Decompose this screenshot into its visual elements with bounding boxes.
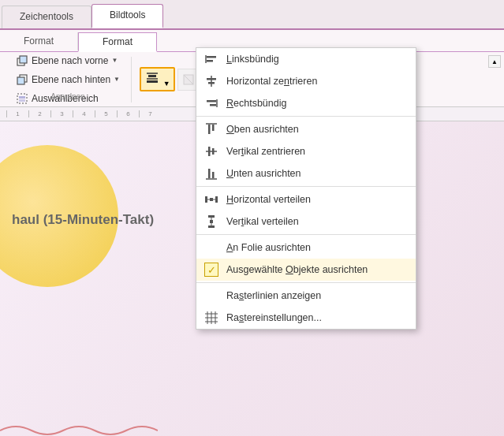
svg-rect-30: [208, 169, 211, 178]
ebene-hinten-arrow: ▼: [114, 76, 120, 83]
ruler-mark: 4: [73, 110, 95, 117]
tab-bildtools[interactable]: Bildtools: [91, 4, 163, 28]
ruler-mark: 6: [117, 110, 139, 117]
ebene-vorne-icon: [16, 54, 28, 67]
menu-label-an-folie: An Folie ausrichten: [226, 242, 311, 253]
align-left-icon: [203, 51, 220, 67]
ruler-mark: 5: [95, 110, 117, 117]
menu-item-an-folie[interactable]: An Folie ausrichten: [196, 237, 416, 259]
checkmark-box: ✓: [204, 263, 218, 277]
anordnen-group: Ebene nach vorne ▼ Ebene nach hinten ▼ A…: [5, 57, 132, 102]
menu-label-h-verteilen: Horizontal verteilen: [226, 194, 311, 205]
svg-rect-27: [208, 147, 211, 156]
tab-zeichentools[interactable]: Zeichentools: [2, 6, 91, 28]
format-tab-2[interactable]: Format: [78, 32, 157, 52]
svg-rect-21: [207, 100, 216, 102]
ausgewaehlt-check-icon: ✓: [203, 262, 220, 278]
separator-1: [196, 116, 416, 117]
format-tab-1[interactable]: Format: [0, 32, 78, 51]
align-h-center-icon: [203, 73, 220, 89]
menu-item-v-zentrieren[interactable]: Vertikal zentrieren: [196, 140, 416, 162]
align-dropdown-menu: Linksbündig Horizontal zentrieren Rechts…: [196, 47, 416, 330]
svg-rect-32: [205, 196, 207, 203]
svg-rect-33: [215, 196, 218, 203]
menu-label-rastereinstellungen: Rastereinstellungen...: [226, 312, 322, 323]
scroll-up-icon: ▲: [491, 58, 498, 65]
align-v-center-icon: [203, 143, 220, 159]
menu-label-rechtsbuendig: Rechtsbündig: [226, 98, 286, 109]
ruler-mark: 3: [50, 110, 73, 117]
tab-zeichentools-label: Zeichentools: [20, 11, 73, 22]
ebene-hinten-icon: [16, 73, 28, 86]
separator-2: [196, 186, 416, 187]
an-folie-icon: [203, 240, 220, 255]
svg-rect-38: [208, 225, 215, 228]
menu-item-unten[interactable]: Unten ausrichten: [196, 162, 416, 184]
menu-item-h-zentrieren[interactable]: Horizontal zentrieren: [196, 70, 416, 92]
scroll-up-btn[interactable]: ▲: [488, 55, 501, 68]
svg-rect-8: [148, 75, 156, 77]
align-icon: [144, 70, 160, 86]
menu-item-v-verteilen[interactable]: Vertikal verteilen: [196, 211, 416, 233]
menu-label-linksbuendig: Linksbündig: [226, 54, 279, 65]
svg-rect-16: [207, 60, 213, 62]
svg-rect-1: [20, 56, 27, 63]
svg-rect-18: [207, 78, 216, 80]
distribute-v-icon: [203, 214, 220, 229]
svg-rect-28: [212, 148, 215, 155]
menu-item-rechtsbuendig[interactable]: Rechtsbündig: [196, 92, 416, 114]
svg-rect-24: [208, 125, 211, 134]
menu-item-rasterlinien[interactable]: Rasterlinien anzeigen: [196, 285, 416, 307]
svg-rect-34: [210, 198, 213, 201]
ebene-vorne-arrow: ▼: [111, 57, 118, 64]
svg-rect-19: [208, 82, 215, 84]
tab-bildtools-label: Bildtools: [110, 9, 145, 20]
slide-text: haul (15-Minuten-Takt): [12, 212, 154, 228]
ruler-mark: 1: [6, 110, 28, 117]
align-top-icon: [203, 121, 220, 137]
rasterlinien-icon: [203, 288, 220, 304]
ruler-mark: 7: [139, 110, 161, 117]
align-bottom-icon: [203, 166, 220, 181]
menu-label-ausgewaehlt: Ausgewählte Objekte ausrichten: [226, 264, 368, 275]
menu-label-unten: Unten ausrichten: [226, 168, 301, 179]
svg-rect-39: [210, 220, 213, 223]
svg-rect-22: [210, 104, 216, 106]
separator-3: [196, 234, 416, 235]
menu-item-ausgewaehlt[interactable]: ✓ Ausgewählte Objekte ausrichten: [196, 259, 416, 281]
menu-item-h-verteilen[interactable]: Horizontal verteilen: [196, 188, 416, 211]
menu-item-rastereinstellungen[interactable]: Rastereinstellungen...: [196, 307, 416, 329]
menu-label-h-zentrieren: Horizontal zentrieren: [226, 76, 317, 87]
ribbon-tabs: Zeichentools Bildtools: [0, 0, 504, 30]
menu-item-oben[interactable]: Oben ausrichten: [196, 118, 416, 140]
menu-label-rasterlinien: Rasterlinien anzeigen: [226, 290, 321, 301]
separator-4: [196, 282, 416, 283]
rastereinstellungen-icon: [203, 310, 220, 326]
svg-rect-10: [147, 80, 158, 83]
distribute-h-icon: [203, 192, 220, 207]
menu-label-oben: Oben ausrichten: [226, 124, 299, 135]
ebene-nach-hinten-btn[interactable]: Ebene nach hinten ▼: [11, 71, 125, 88]
svg-rect-15: [207, 56, 216, 58]
svg-rect-3: [17, 77, 24, 84]
svg-rect-25: [212, 125, 215, 131]
align-arrow: ▼: [163, 80, 170, 88]
menu-item-linksbuendig[interactable]: Linksbündig: [196, 48, 416, 70]
anordnen-label: Anordnen: [5, 92, 131, 101]
ruler-mark: 2: [28, 110, 50, 117]
wave-decoration: [0, 419, 158, 436]
menu-label-v-zentrieren: Vertikal zentrieren: [226, 146, 305, 157]
align-right-icon: [203, 95, 220, 111]
menu-label-v-verteilen: Vertikal verteilen: [226, 216, 299, 227]
svg-rect-31: [212, 172, 215, 178]
svg-rect-37: [208, 215, 215, 218]
align-dropdown-btn[interactable]: ▼: [140, 67, 175, 91]
ebene-nach-vorne-btn[interactable]: Ebene nach vorne ▼: [11, 52, 125, 69]
